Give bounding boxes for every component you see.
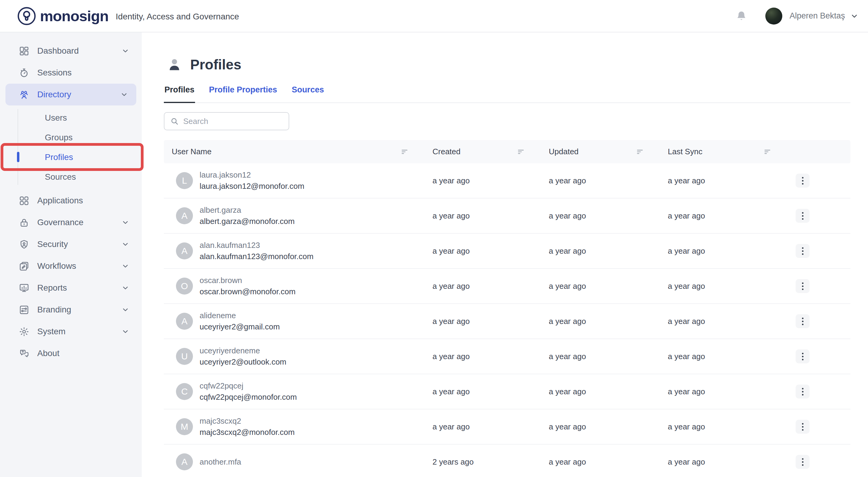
avatar: M bbox=[176, 418, 193, 435]
updated-cell: a year ago bbox=[540, 176, 659, 185]
user-name[interactable]: Alperen Bektaş bbox=[789, 11, 845, 21]
sidebar-item-applications[interactable]: Applications bbox=[0, 190, 142, 211]
table-row[interactable]: Ccqfw22pqcejcqfw22pqcej@monofor.coma yea… bbox=[164, 374, 850, 410]
sidebar-item-label: Applications bbox=[37, 196, 83, 206]
sidebar-item-workflows[interactable]: Workflows bbox=[0, 255, 142, 277]
sidebar-item-system[interactable]: System bbox=[0, 321, 142, 342]
row-actions-kebab-button[interactable] bbox=[796, 279, 810, 293]
tab-profile-properties[interactable]: Profile Properties bbox=[208, 85, 278, 103]
sidebar-item-dashboard[interactable]: Dashboard bbox=[0, 40, 142, 62]
column-header-label: Last Sync bbox=[668, 147, 702, 156]
sidebar-item-label: Workflows bbox=[37, 261, 76, 271]
username: oscar.brown bbox=[199, 275, 296, 286]
row-actions-kebab-button[interactable] bbox=[796, 350, 810, 363]
updated-cell: a year ago bbox=[540, 387, 659, 396]
sidebar-item-label: Users bbox=[45, 113, 67, 123]
avatar: A bbox=[176, 207, 193, 224]
table-row[interactable]: Ooscar.brownoscar.brown@monofor.coma yea… bbox=[164, 269, 850, 304]
sidebar-item-security[interactable]: Security bbox=[0, 233, 142, 255]
sidebar-item-branding[interactable]: Branding bbox=[0, 299, 142, 321]
topbar-user-area: Alperen Bektaş bbox=[735, 7, 859, 25]
avatar: A bbox=[176, 453, 193, 470]
updated-cell: a year ago bbox=[540, 281, 659, 291]
search-box[interactable] bbox=[164, 112, 289, 130]
sidebar-item-profiles[interactable]: Profiles bbox=[0, 147, 142, 167]
sidebar-item-label: Sources bbox=[45, 172, 76, 182]
profiles-table: User NameCreatedUpdatedLast Sync Llaura.… bbox=[164, 140, 850, 477]
table-row[interactable]: Aanother.mfa2 years agoa year agoa year … bbox=[164, 445, 850, 477]
column-header-created: Created bbox=[424, 147, 540, 156]
username: uceyriyerdeneme bbox=[199, 345, 286, 356]
table-row[interactable]: Llaura.jakson12laura.jakson12@monofor.co… bbox=[164, 163, 850, 199]
avatar: U bbox=[176, 348, 193, 365]
created-cell: 2 years ago bbox=[424, 457, 540, 467]
column-header-label: Created bbox=[433, 147, 461, 156]
search-icon bbox=[170, 117, 179, 126]
table-row[interactable]: Mmajc3scxq2majc3scxq2@monofor.coma year … bbox=[164, 410, 850, 445]
username: alideneme bbox=[199, 310, 280, 321]
sort-icon[interactable] bbox=[763, 147, 772, 156]
stopwatch-icon bbox=[19, 67, 29, 78]
user-avatar[interactable] bbox=[765, 7, 782, 25]
help-icon bbox=[19, 348, 29, 359]
table-header-row: User NameCreatedUpdatedLast Sync bbox=[164, 140, 850, 163]
last-sync-cell: a year ago bbox=[659, 317, 786, 326]
user-email: alan.kaufman123@monofor.com bbox=[199, 251, 313, 262]
created-cell: a year ago bbox=[424, 422, 540, 431]
page-title: Profiles bbox=[190, 56, 241, 73]
actions-cell bbox=[786, 455, 850, 469]
sidebar-item-reports[interactable]: Reports bbox=[0, 277, 142, 299]
sidebar-item-users[interactable]: Users bbox=[0, 108, 142, 127]
notifications-bell-icon[interactable] bbox=[735, 10, 748, 23]
sidebar-item-governance[interactable]: Governance bbox=[0, 211, 142, 233]
actions-cell bbox=[786, 279, 850, 293]
search-input[interactable] bbox=[183, 117, 283, 126]
tab-profiles[interactable]: Profiles bbox=[164, 85, 195, 103]
sidebar-item-label: Sessions bbox=[37, 68, 72, 78]
actions-cell bbox=[786, 209, 850, 223]
sidebar-item-sessions[interactable]: Sessions bbox=[0, 62, 142, 84]
row-actions-kebab-button[interactable] bbox=[796, 385, 810, 398]
sort-icon[interactable] bbox=[517, 147, 526, 156]
table-row[interactable]: Aalidenemeuceyriyer2@gmail.coma year ago… bbox=[164, 304, 850, 339]
last-sync-cell: a year ago bbox=[659, 246, 786, 256]
chevron-down-icon bbox=[120, 90, 128, 99]
sort-icon[interactable] bbox=[400, 147, 409, 156]
monosign-logo-icon bbox=[17, 6, 36, 26]
logo-wordmark: monosign bbox=[40, 7, 108, 25]
sidebar-item-directory[interactable]: Directory bbox=[5, 84, 136, 106]
row-actions-kebab-button[interactable] bbox=[796, 420, 810, 434]
user-email: oscar.brown@monofor.com bbox=[199, 286, 296, 297]
actions-cell bbox=[786, 385, 850, 398]
created-cell: a year ago bbox=[424, 176, 540, 185]
updated-cell: a year ago bbox=[540, 457, 659, 467]
shield-icon bbox=[19, 239, 29, 250]
sidebar: DashboardSessionsDirectoryUsersGroupsPro… bbox=[0, 32, 142, 477]
row-actions-kebab-button[interactable] bbox=[796, 244, 810, 258]
avatar: C bbox=[176, 383, 193, 400]
row-actions-kebab-button[interactable] bbox=[796, 209, 810, 223]
sidebar-item-label: Reports bbox=[37, 283, 67, 293]
avatar: A bbox=[176, 242, 193, 260]
username: another.mfa bbox=[199, 456, 241, 468]
sidebar-menu: DashboardSessionsDirectoryUsersGroupsPro… bbox=[0, 40, 142, 364]
sort-icon[interactable] bbox=[636, 147, 645, 156]
row-actions-kebab-button[interactable] bbox=[796, 174, 810, 187]
table-row[interactable]: Aalan.kaufman123alan.kaufman123@monofor.… bbox=[164, 234, 850, 269]
tabs-bar: ProfilesProfile PropertiesSources bbox=[164, 85, 850, 103]
sidebar-item-groups[interactable]: Groups bbox=[0, 127, 142, 147]
sidebar-item-label: About bbox=[37, 349, 59, 358]
updated-cell: a year ago bbox=[540, 317, 659, 326]
dashboard-icon bbox=[19, 46, 29, 56]
user-cell: Aalan.kaufman123alan.kaufman123@monofor.… bbox=[164, 240, 424, 262]
row-actions-kebab-button[interactable] bbox=[796, 455, 810, 469]
table-row[interactable]: Uuceyriyerdenemeuceyriyer2@outlook.coma … bbox=[164, 339, 850, 374]
user-menu-chevron-icon[interactable] bbox=[850, 11, 859, 21]
sidebar-item-sources[interactable]: Sources bbox=[0, 167, 142, 187]
table-row[interactable]: Aalbert.garzaalbert.garza@monofor.coma y… bbox=[164, 199, 850, 234]
user-cell: Mmajc3scxq2majc3scxq2@monofor.com bbox=[164, 416, 424, 438]
column-header-last-sync: Last Sync bbox=[659, 147, 786, 156]
sidebar-item-about[interactable]: About bbox=[0, 342, 142, 364]
row-actions-kebab-button[interactable] bbox=[796, 314, 810, 328]
tab-sources[interactable]: Sources bbox=[291, 85, 325, 103]
